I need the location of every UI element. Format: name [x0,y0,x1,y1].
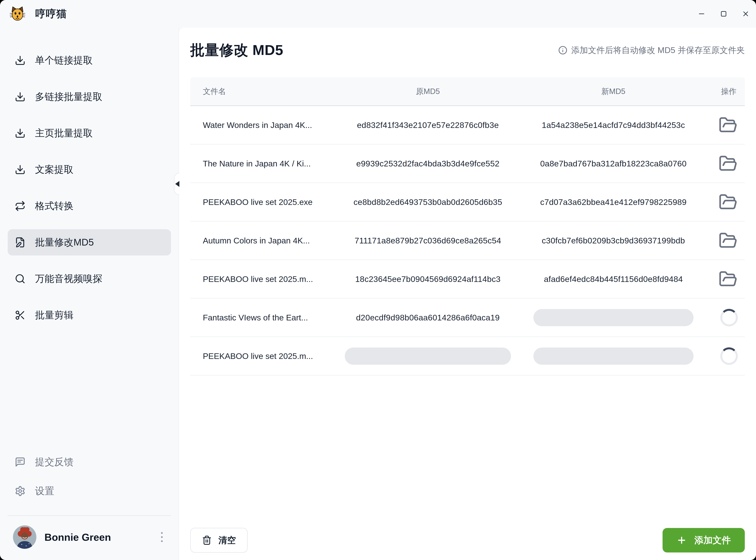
col-header-filename: 文件名 [190,86,340,97]
file-pen-icon [15,237,25,248]
sidebar-item-label: 批量修改MD5 [35,236,94,249]
new-md5-cell [515,309,711,326]
old-md5-cell: 711171a8e879b27c036d69ce8a265c54 [340,236,515,245]
table-row: PEEKABOO live set 2025.m... 18c23645ee7b… [190,260,745,299]
filename-cell: The Nature in Japan 4K / Ki... [190,159,340,168]
gear-icon [15,486,25,497]
auto-modify-hint: 添加文件后将自动修改 MD5 并保存至原文件夹 [558,45,745,56]
add-files-button-label: 添加文件 [694,534,731,546]
trash-icon [202,535,212,545]
old-md5-cell: ce8bd8b2ed6493753b0ab0d2605d6b35 [340,197,515,207]
add-files-button[interactable]: 添加文件 [662,528,745,553]
table-row: PEEKABOO live set 2025.exe ce8bd8b2ed649… [190,183,745,222]
table-row: The Nature in Japan 4K / Ki... e9939c253… [190,144,745,183]
sidebar-item-submit-feedback[interactable]: 提交反馈 [8,449,171,475]
open-folder-button[interactable] [718,269,738,289]
maximize-button[interactable] [720,10,728,18]
action-cell [711,231,745,251]
message-icon [15,457,25,467]
minimize-button[interactable] [698,10,705,18]
download-icon [15,55,25,66]
old-md5-cell [340,347,515,365]
sidebar: 单个链接提取 多链接批量提取 主页批量提取 文案提取 格式转换 批量修改MD5 … [0,28,179,560]
table-actions-bar: 清空 添加文件 [190,528,745,553]
old-md5-cell: 18c23645ee7b0904569d6924af114bc3 [340,274,515,284]
open-folder-button[interactable] [718,231,738,251]
filename-cell: Water Wonders in Japan 4K... [190,120,340,130]
user-profile[interactable]: Bonnie Green [8,516,171,549]
filename-cell: PEEKABOO live set 2025.m... [190,274,340,284]
sidebar-item-label: 格式转换 [35,200,74,213]
sidebar-item-label: 多链接批量提取 [35,90,102,103]
info-icon [558,46,568,55]
sidebar-item-label: 文案提取 [35,163,74,176]
avatar [13,525,36,549]
download-icon [15,164,25,175]
folder-open-icon [719,231,737,250]
filename-cell: PEEKABOO live set 2025.m... [190,351,340,361]
sidebar-item-copywriting-extract[interactable]: 文案提取 [8,157,171,183]
clear-button[interactable]: 清空 [190,528,247,553]
new-md5-cell: c30fcb7ef6b0209b3cb9d36937199bdb [515,236,711,245]
new-md5-cell: afad6ef4edc84b445f1156d0e8fd9484 [515,274,711,284]
action-cell [711,192,745,212]
sidebar-item-label: 提交反馈 [35,456,74,468]
table-header: 文件名 原MD5 新MD5 操作 [190,77,745,106]
profile-menu-button[interactable] [157,529,167,545]
old-md5-cell: e9939c2532d2fac4bda3b3d4e9fce552 [340,159,515,168]
table-body: Water Wonders in Japan 4K... ed832f41f34… [190,106,745,376]
new-md5-cell: c7d07a3a62bbea41e412ef9798225989 [515,197,711,207]
folder-open-icon [719,193,737,212]
page-title: 批量修改 MD5 [190,41,283,60]
app-window: 哼哼猫 单个链接提取 多链接批量提取 主页批量提取 文案提取 格式转换 [0,0,756,560]
sidebar-item-label: 批量剪辑 [35,309,74,322]
sidebar-item-single-link-extract[interactable]: 单个链接提取 [8,47,171,74]
action-cell [711,154,745,174]
processing-spinner [720,347,738,365]
old-md5-cell: ed832f41f343e2107e57e22876c0fb3e [340,120,515,130]
app-logo-cat-icon [9,6,25,22]
folder-open-icon [719,116,737,135]
download-icon [15,91,25,102]
sidebar-item-batch-modify-md5[interactable]: 批量修改MD5 [8,229,171,256]
sidebar-item-multi-link-batch-extract[interactable]: 多链接批量提取 [8,84,171,110]
action-cell [711,115,745,135]
scissors-icon [15,310,25,321]
col-header-action: 操作 [711,86,745,97]
sidebar-item-label: 主页批量提取 [35,127,93,140]
filename-cell: PEEKABOO live set 2025.exe [190,197,340,207]
profile-name: Bonnie Green [44,531,111,543]
table-row: Water Wonders in Japan 4K... ed832f41f34… [190,106,745,144]
open-folder-button[interactable] [718,192,738,212]
sidebar-item-format-convert[interactable]: 格式转换 [8,193,171,219]
sidebar-item-homepage-batch-extract[interactable]: 主页批量提取 [8,120,171,146]
new-md5-cell: 0a8e7bad767ba312afb18223ca8a0760 [515,159,711,168]
sidebar-item-label: 设置 [35,484,54,498]
table-row: Fantastic VIews of the Eart... d20ecdf9d… [190,299,745,337]
sidebar-collapse-handle[interactable] [174,173,179,195]
titlebar: 哼哼猫 [0,0,756,28]
action-cell [711,309,745,326]
sidebar-nav: 单个链接提取 多链接批量提取 主页批量提取 文案提取 格式转换 批量修改MD5 … [8,47,171,338]
sidebar-item-universal-av-sniffer[interactable]: 万能音视频嗅探 [8,266,171,292]
old-md5-cell: d20ecdf9d98b06aa6014286a6f0aca19 [340,313,515,322]
sidebar-item-batch-clip[interactable]: 批量剪辑 [8,302,171,328]
open-folder-button[interactable] [718,115,738,135]
window-controls [698,10,750,18]
open-folder-button[interactable] [718,154,738,174]
plus-icon [677,535,687,545]
md5-table: 文件名 原MD5 新MD5 操作 Water Wonders in Japan … [190,77,745,376]
sidebar-item-label: 万能音视频嗅探 [35,272,102,285]
folder-open-icon [719,270,737,288]
md5-loading-skeleton [533,347,694,365]
chevron-left-icon [175,181,179,187]
main-panel: 批量修改 MD5 添加文件后将自动修改 MD5 并保存至原文件夹 文件名 原MD… [179,28,756,560]
clear-button-label: 清空 [218,535,236,546]
sidebar-footer-nav: 提交反馈 设置 [8,449,171,504]
col-header-new-md5: 新MD5 [515,86,711,97]
sidebar-item-settings[interactable]: 设置 [8,478,171,504]
close-button[interactable] [742,10,750,18]
sidebar-bottom: 提交反馈 设置 [8,449,171,549]
table-row: PEEKABOO live set 2025.m... [190,337,745,376]
md5-loading-skeleton [345,347,511,365]
